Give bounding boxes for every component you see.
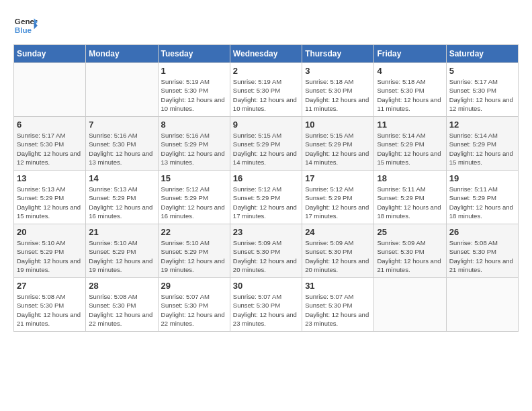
weekday-header-friday: Friday [374, 45, 446, 63]
day-info: Sunrise: 5:11 AM Sunset: 5:29 PM Dayligh… [377, 185, 443, 220]
day-info: Sunrise: 5:13 AM Sunset: 5:29 PM Dayligh… [17, 185, 83, 220]
day-number: 17 [305, 173, 371, 183]
day-info: Sunrise: 5:18 AM Sunset: 5:30 PM Dayligh… [377, 77, 443, 113]
weekday-header-tuesday: Tuesday [158, 45, 230, 63]
svg-text:Blue: Blue [15, 26, 32, 34]
day-info: Sunrise: 5:16 AM Sunset: 5:30 PM Dayligh… [89, 131, 154, 167]
day-cell: 25Sunrise: 5:09 AM Sunset: 5:30 PM Dayli… [374, 224, 446, 278]
day-cell: 3Sunrise: 5:18 AM Sunset: 5:30 PM Daylig… [302, 63, 374, 117]
day-info: Sunrise: 5:17 AM Sunset: 5:30 PM Dayligh… [17, 131, 83, 167]
day-info: Sunrise: 5:19 AM Sunset: 5:30 PM Dayligh… [161, 77, 227, 113]
day-info: Sunrise: 5:09 AM Sunset: 5:30 PM Dayligh… [233, 238, 299, 274]
day-cell: 10Sunrise: 5:15 AM Sunset: 5:29 PM Dayli… [302, 117, 374, 171]
day-cell: 15Sunrise: 5:12 AM Sunset: 5:29 PM Dayli… [158, 171, 230, 224]
weekday-header-sunday: Sunday [14, 45, 86, 63]
weekday-header-thursday: Thursday [302, 45, 374, 63]
day-cell: 20Sunrise: 5:10 AM Sunset: 5:29 PM Dayli… [14, 224, 86, 278]
day-number: 3 [305, 66, 371, 76]
day-number: 21 [89, 227, 154, 237]
day-cell: 19Sunrise: 5:11 AM Sunset: 5:29 PM Dayli… [446, 171, 518, 224]
day-cell: 11Sunrise: 5:14 AM Sunset: 5:29 PM Dayli… [374, 117, 446, 171]
day-number: 1 [161, 66, 227, 76]
day-number: 24 [305, 227, 371, 237]
day-cell: 23Sunrise: 5:09 AM Sunset: 5:30 PM Dayli… [230, 224, 302, 278]
day-info: Sunrise: 5:10 AM Sunset: 5:29 PM Dayligh… [17, 238, 83, 274]
day-info: Sunrise: 5:12 AM Sunset: 5:29 PM Dayligh… [161, 185, 227, 220]
day-cell: 9Sunrise: 5:15 AM Sunset: 5:29 PM Daylig… [230, 117, 302, 171]
day-number: 11 [377, 120, 443, 130]
day-number: 29 [161, 281, 227, 291]
logo: General Blue [13, 13, 38, 38]
calendar-table: SundayMondayTuesdayWednesdayThursdayFrid… [13, 44, 519, 332]
day-number: 30 [233, 281, 299, 291]
day-info: Sunrise: 5:08 AM Sunset: 5:30 PM Dayligh… [449, 238, 515, 274]
day-number: 14 [89, 173, 154, 183]
day-number: 12 [449, 120, 515, 130]
day-info: Sunrise: 5:18 AM Sunset: 5:30 PM Dayligh… [305, 77, 371, 113]
day-cell [14, 63, 86, 117]
day-number: 26 [449, 227, 515, 237]
day-info: Sunrise: 5:12 AM Sunset: 5:29 PM Dayligh… [233, 185, 299, 220]
day-number: 16 [233, 173, 299, 183]
logo-icon: General Blue [13, 13, 38, 38]
day-info: Sunrise: 5:08 AM Sunset: 5:30 PM Dayligh… [17, 292, 83, 328]
day-cell: 12Sunrise: 5:14 AM Sunset: 5:29 PM Dayli… [446, 117, 518, 171]
day-cell: 6Sunrise: 5:17 AM Sunset: 5:30 PM Daylig… [14, 117, 86, 171]
day-cell: 14Sunrise: 5:13 AM Sunset: 5:29 PM Dayli… [86, 171, 158, 224]
day-info: Sunrise: 5:14 AM Sunset: 5:29 PM Dayligh… [377, 131, 443, 167]
day-number: 15 [161, 173, 227, 183]
day-cell [446, 278, 518, 332]
day-number: 7 [89, 120, 154, 130]
day-number: 31 [305, 281, 371, 291]
day-number: 5 [449, 66, 515, 76]
day-info: Sunrise: 5:15 AM Sunset: 5:29 PM Dayligh… [305, 131, 371, 167]
weekday-header-monday: Monday [86, 45, 158, 63]
day-number: 28 [89, 281, 154, 291]
day-number: 27 [17, 281, 83, 291]
day-cell [86, 63, 158, 117]
day-cell: 22Sunrise: 5:10 AM Sunset: 5:29 PM Dayli… [158, 224, 230, 278]
day-info: Sunrise: 5:16 AM Sunset: 5:29 PM Dayligh… [161, 131, 227, 167]
page-header: General Blue [13, 13, 519, 38]
day-cell: 24Sunrise: 5:09 AM Sunset: 5:30 PM Dayli… [302, 224, 374, 278]
day-cell: 29Sunrise: 5:07 AM Sunset: 5:30 PM Dayli… [158, 278, 230, 332]
day-number: 2 [233, 66, 299, 76]
day-number: 10 [305, 120, 371, 130]
day-info: Sunrise: 5:14 AM Sunset: 5:29 PM Dayligh… [449, 131, 515, 167]
day-info: Sunrise: 5:09 AM Sunset: 5:30 PM Dayligh… [377, 238, 443, 274]
day-cell: 27Sunrise: 5:08 AM Sunset: 5:30 PM Dayli… [14, 278, 86, 332]
day-cell: 31Sunrise: 5:07 AM Sunset: 5:30 PM Dayli… [302, 278, 374, 332]
day-info: Sunrise: 5:15 AM Sunset: 5:29 PM Dayligh… [233, 131, 299, 167]
week-row-2: 6Sunrise: 5:17 AM Sunset: 5:30 PM Daylig… [14, 117, 519, 171]
day-cell: 13Sunrise: 5:13 AM Sunset: 5:29 PM Dayli… [14, 171, 86, 224]
week-row-1: 1Sunrise: 5:19 AM Sunset: 5:30 PM Daylig… [14, 63, 519, 117]
day-info: Sunrise: 5:12 AM Sunset: 5:29 PM Dayligh… [305, 185, 371, 220]
weekday-header-wednesday: Wednesday [230, 45, 302, 63]
day-cell: 16Sunrise: 5:12 AM Sunset: 5:29 PM Dayli… [230, 171, 302, 224]
day-cell: 18Sunrise: 5:11 AM Sunset: 5:29 PM Dayli… [374, 171, 446, 224]
day-number: 6 [17, 120, 83, 130]
day-info: Sunrise: 5:19 AM Sunset: 5:30 PM Dayligh… [233, 77, 299, 113]
day-info: Sunrise: 5:07 AM Sunset: 5:30 PM Dayligh… [161, 292, 227, 328]
day-cell: 21Sunrise: 5:10 AM Sunset: 5:29 PM Dayli… [86, 224, 158, 278]
day-cell: 30Sunrise: 5:07 AM Sunset: 5:30 PM Dayli… [230, 278, 302, 332]
day-info: Sunrise: 5:07 AM Sunset: 5:30 PM Dayligh… [305, 292, 371, 328]
day-info: Sunrise: 5:17 AM Sunset: 5:30 PM Dayligh… [449, 77, 515, 113]
day-cell: 28Sunrise: 5:08 AM Sunset: 5:30 PM Dayli… [86, 278, 158, 332]
day-info: Sunrise: 5:10 AM Sunset: 5:29 PM Dayligh… [89, 238, 154, 274]
day-cell: 26Sunrise: 5:08 AM Sunset: 5:30 PM Dayli… [446, 224, 518, 278]
day-number: 22 [161, 227, 227, 237]
day-number: 4 [377, 66, 443, 76]
weekday-header-row: SundayMondayTuesdayWednesdayThursdayFrid… [14, 45, 519, 63]
day-info: Sunrise: 5:07 AM Sunset: 5:30 PM Dayligh… [233, 292, 299, 328]
day-number: 23 [233, 227, 299, 237]
day-info: Sunrise: 5:13 AM Sunset: 5:29 PM Dayligh… [89, 185, 154, 220]
day-info: Sunrise: 5:08 AM Sunset: 5:30 PM Dayligh… [89, 292, 154, 328]
day-number: 20 [17, 227, 83, 237]
day-number: 9 [233, 120, 299, 130]
weekday-header-saturday: Saturday [446, 45, 518, 63]
day-cell: 1Sunrise: 5:19 AM Sunset: 5:30 PM Daylig… [158, 63, 230, 117]
day-info: Sunrise: 5:10 AM Sunset: 5:29 PM Dayligh… [161, 238, 227, 274]
day-cell: 4Sunrise: 5:18 AM Sunset: 5:30 PM Daylig… [374, 63, 446, 117]
day-info: Sunrise: 5:09 AM Sunset: 5:30 PM Dayligh… [305, 238, 371, 274]
